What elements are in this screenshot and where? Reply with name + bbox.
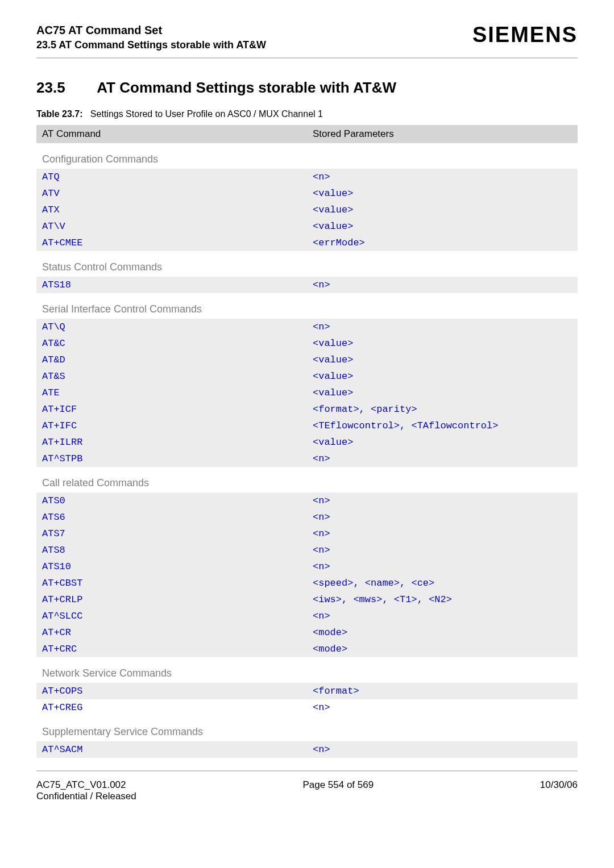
parameter-cell: <format> xyxy=(307,683,578,699)
command-cell: AT+CR xyxy=(36,624,307,641)
command-cell: ATS7 xyxy=(36,525,307,542)
parameter-cell: <value> xyxy=(307,218,578,235)
parameter-cell: <iws>, <mws>, <T1>, <N2> xyxy=(307,591,578,608)
command-cell: AT+ICF xyxy=(36,401,307,418)
command-cell: ATS6 xyxy=(36,509,307,525)
col-header-command: AT Command xyxy=(36,125,307,143)
command-cell: AT+CRC xyxy=(36,641,307,657)
parameter-cell: <n> xyxy=(307,741,578,758)
command-cell: ATV xyxy=(36,185,307,202)
table-row: ATV<value> xyxy=(36,185,578,202)
parameter-cell: <value> xyxy=(307,368,578,385)
doc-subtitle: 23.5 AT Command Settings storable with A… xyxy=(36,38,266,52)
command-cell: ATQ xyxy=(36,169,307,185)
parameter-cell: <TEflowcontrol>, <TAflowcontrol> xyxy=(307,418,578,434)
command-cell: AT+ILRR xyxy=(36,434,307,450)
command-cell: AT+IFC xyxy=(36,418,307,434)
command-cell: AT\V xyxy=(36,218,307,235)
command-cell: ATS0 xyxy=(36,493,307,509)
table-caption-label: Table 23.7: xyxy=(36,109,83,119)
table-row: ATS10<n> xyxy=(36,558,578,575)
table-row: AT^SACM<n> xyxy=(36,741,578,758)
table-row: ATQ<n> xyxy=(36,169,578,185)
table-row: ATS18<n> xyxy=(36,277,578,293)
table-row: AT&D<value> xyxy=(36,352,578,368)
header-rule xyxy=(36,57,578,59)
command-cell: ATS10 xyxy=(36,558,307,575)
section-number: 23.5 xyxy=(36,79,93,97)
group-header: Supplementary Service Commands xyxy=(36,716,578,741)
table-caption: Table 23.7: Settings Stored to User Prof… xyxy=(36,109,578,119)
table-row: ATS6<n> xyxy=(36,509,578,525)
command-cell: ATS18 xyxy=(36,277,307,293)
parameter-cell: <n> xyxy=(307,493,578,509)
command-cell: AT\Q xyxy=(36,319,307,335)
command-cell: AT&S xyxy=(36,368,307,385)
parameter-cell: <n> xyxy=(307,277,578,293)
parameter-cell: <format>, <parity> xyxy=(307,401,578,418)
table-row: AT\Q<n> xyxy=(36,319,578,335)
doc-title: AC75 AT Command Set xyxy=(36,23,266,38)
table-row: ATX<value> xyxy=(36,202,578,218)
section-title: AT Command Settings storable with AT&W xyxy=(97,79,396,96)
group-header: Status Control Commands xyxy=(36,251,578,277)
table-row: AT+IFC<TEflowcontrol>, <TAflowcontrol> xyxy=(36,418,578,434)
page-footer: AC75_ATC_V01.002 Confidential / Released… xyxy=(36,776,578,802)
table-row: AT+CBST<speed>, <name>, <ce> xyxy=(36,575,578,591)
parameter-cell: <n> xyxy=(307,608,578,624)
command-cell: AT+CMEE xyxy=(36,235,307,251)
table-row: AT+ILRR<value> xyxy=(36,434,578,450)
parameter-cell: <n> xyxy=(307,525,578,542)
table-row: AT+CRLP<iws>, <mws>, <T1>, <N2> xyxy=(36,591,578,608)
group-header: Call related Commands xyxy=(36,467,578,493)
parameter-cell: <n> xyxy=(307,319,578,335)
siemens-logo: SIEMENS xyxy=(472,23,578,47)
table-row: AT&C<value> xyxy=(36,335,578,352)
parameter-cell: <value> xyxy=(307,385,578,401)
parameter-cell: <mode> xyxy=(307,624,578,641)
command-cell: AT^SACM xyxy=(36,741,307,758)
command-cell: ATS8 xyxy=(36,542,307,558)
table-row: ATS8<n> xyxy=(36,542,578,558)
table-caption-text: Settings Stored to User Profile on ASC0 … xyxy=(90,109,323,119)
command-cell: ATE xyxy=(36,385,307,401)
table-row: AT^STPB<n> xyxy=(36,450,578,467)
parameter-cell: <n> xyxy=(307,558,578,575)
table-row: AT\V<value> xyxy=(36,218,578,235)
command-cell: AT+CBST xyxy=(36,575,307,591)
command-cell: AT+CRLP xyxy=(36,591,307,608)
table-row: AT+CREG<n> xyxy=(36,699,578,716)
parameter-cell: <speed>, <name>, <ce> xyxy=(307,575,578,591)
table-row: ATS0<n> xyxy=(36,493,578,509)
footer-confidential: Confidential / Released xyxy=(36,791,136,802)
table-row: ATE<value> xyxy=(36,385,578,401)
parameter-cell: <value> xyxy=(307,335,578,352)
parameter-cell: <value> xyxy=(307,202,578,218)
commands-table: AT Command Stored Parameters Configurati… xyxy=(36,125,578,758)
table-row: AT&S<value> xyxy=(36,368,578,385)
footer-date: 10/30/06 xyxy=(540,779,578,802)
command-cell: AT^SLCC xyxy=(36,608,307,624)
table-row: AT+CMEE<errMode> xyxy=(36,235,578,251)
table-row: AT^SLCC<n> xyxy=(36,608,578,624)
command-cell: AT^STPB xyxy=(36,450,307,467)
parameter-cell: <value> xyxy=(307,352,578,368)
col-header-parameters: Stored Parameters xyxy=(307,125,578,143)
command-cell: ATX xyxy=(36,202,307,218)
table-row: AT+CR<mode> xyxy=(36,624,578,641)
section-heading: 23.5 AT Command Settings storable with A… xyxy=(36,79,578,97)
command-cell: AT&D xyxy=(36,352,307,368)
parameter-cell: <errMode> xyxy=(307,235,578,251)
group-header: Configuration Commands xyxy=(36,143,578,169)
table-row: ATS7<n> xyxy=(36,525,578,542)
command-cell: AT+CREG xyxy=(36,699,307,716)
command-cell: AT&C xyxy=(36,335,307,352)
table-row: AT+CRC<mode> xyxy=(36,641,578,657)
parameter-cell: <n> xyxy=(307,509,578,525)
group-header: Network Service Commands xyxy=(36,657,578,683)
parameter-cell: <n> xyxy=(307,169,578,185)
parameter-cell: <n> xyxy=(307,542,578,558)
footer-page: Page 554 of 569 xyxy=(302,779,374,802)
parameter-cell: <n> xyxy=(307,699,578,716)
footer-rule xyxy=(36,770,578,771)
